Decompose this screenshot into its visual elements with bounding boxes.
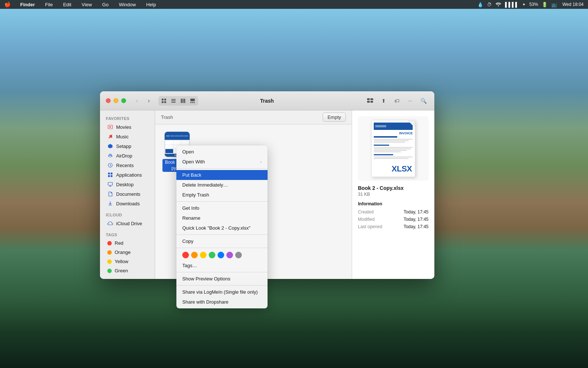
color-yellow[interactable] <box>200 252 207 258</box>
downloads-label: Downloads <box>116 201 140 206</box>
window-title: Trash <box>198 98 336 104</box>
sidebar-item-setapp[interactable]: Setapp <box>101 141 153 151</box>
orange-label: Orange <box>115 250 130 255</box>
ctx-sep6 <box>176 285 268 286</box>
color-blue[interactable] <box>218 252 224 258</box>
ctx-open[interactable]: Open <box>176 147 268 157</box>
go-menu[interactable]: Go <box>100 1 111 8</box>
share-button[interactable]: ⬆ <box>379 96 389 106</box>
created-label: Created <box>358 209 374 215</box>
ctx-put-back[interactable]: Put Back <box>176 170 268 180</box>
edit-menu[interactable]: Edit <box>61 1 74 8</box>
more-button[interactable]: ··· <box>405 96 415 106</box>
tags-label: Tags <box>100 231 155 238</box>
color-purple[interactable] <box>226 252 233 258</box>
svg-rect-13 <box>194 102 195 103</box>
svg-rect-16 <box>367 101 370 103</box>
search-button[interactable]: 🔍 <box>418 96 429 106</box>
ctx-rename[interactable]: Rename <box>176 213 268 223</box>
icloud-section: iCloud iCloud Drive <box>100 211 155 228</box>
list-view-btn[interactable] <box>169 97 178 105</box>
ctx-share-dropshare[interactable]: Share with Dropshare <box>176 297 268 307</box>
ctx-empty-trash[interactable]: Empty Trash <box>176 190 268 200</box>
battery-icon: 🔋 <box>542 2 548 7</box>
sidebar-item-icloud-drive[interactable]: iCloud Drive <box>101 219 153 228</box>
close-button[interactable] <box>106 98 111 103</box>
maximize-button[interactable] <box>121 98 126 103</box>
ctx-open-with[interactable]: Open With › <box>176 157 268 167</box>
xlsx-label: XLSX <box>392 164 412 174</box>
view-menu[interactable]: View <box>79 1 94 8</box>
file-menu[interactable]: File <box>43 1 55 8</box>
ctx-delete-immediately[interactable]: Delete Immediately… <box>176 180 268 190</box>
tags-section: Tags Red Orange Yellow Green <box>100 231 155 275</box>
help-menu[interactable]: Help <box>144 1 158 8</box>
preview-filename: Book 2 - Copy.xlsx <box>358 185 429 191</box>
favorites-label: Favorites <box>100 115 155 122</box>
svg-rect-10 <box>190 99 195 101</box>
svg-rect-3 <box>164 101 166 103</box>
ctx-share-logmein[interactable]: Share via LogMeIn (Single file only) <box>176 287 268 297</box>
modified-label: Modified <box>358 217 374 222</box>
color-green[interactable] <box>209 252 215 258</box>
sidebar-tag-orange[interactable]: Orange <box>101 248 153 257</box>
empty-trash-button[interactable]: Empty <box>323 113 346 122</box>
preview-created-row: Created Today, 17:45 <box>358 209 429 215</box>
svg-rect-8 <box>183 99 184 103</box>
color-gray[interactable] <box>235 252 242 258</box>
apple-menu[interactable]: 🍎 <box>4 1 11 7</box>
sidebar-tag-green[interactable]: Green <box>101 266 153 275</box>
red-dot <box>107 241 112 245</box>
recents-icon <box>107 162 113 168</box>
group-view-btn[interactable] <box>365 96 376 106</box>
ctx-sep4 <box>176 248 268 248</box>
ctx-quick-look[interactable]: Quick Look "Book 2 - Copy.xlsx" <box>176 223 268 233</box>
clock-display: Wed 18:04 <box>562 2 584 7</box>
sidebar-item-movies[interactable]: Movies <box>101 122 153 132</box>
tag-button[interactable]: 🏷 <box>392 96 402 106</box>
window-menu[interactable]: Window <box>116 1 138 8</box>
back-button[interactable]: ‹ <box>132 96 142 106</box>
icon-view-btn[interactable] <box>159 97 169 105</box>
ctx-tags[interactable]: Tags… <box>176 261 268 270</box>
status-icons: 💧 ⏱ ▌▌▌▌ ✦ 53% 🔋 📺 Wed 18:04 <box>477 2 584 7</box>
sidebar-tag-red[interactable]: Red <box>101 238 153 248</box>
green-label: Green <box>115 268 128 273</box>
svg-rect-6 <box>171 102 176 103</box>
sidebar-item-recents[interactable]: Recents <box>101 160 153 170</box>
sidebar-item-airdrop[interactable]: AirDrop <box>101 151 153 160</box>
sidebar: Favorites Movies Music <box>100 110 155 279</box>
music-label: Music <box>116 134 129 139</box>
location-path: Trash <box>161 114 173 120</box>
column-view-btn[interactable] <box>178 97 188 105</box>
movies-icon <box>107 124 113 130</box>
yellow-dot <box>107 259 112 264</box>
icloud-drive-icon <box>107 220 113 226</box>
svg-marker-23 <box>108 144 112 148</box>
ctx-show-preview[interactable]: Show Preview Options <box>176 274 268 284</box>
sidebar-item-desktop[interactable]: Desktop <box>101 180 153 189</box>
color-red[interactable] <box>182 252 189 258</box>
sidebar-item-music[interactable]: Music <box>101 132 153 141</box>
ctx-get-info[interactable]: Get Info <box>176 203 268 213</box>
sidebar-item-applications[interactable]: Applications <box>101 170 153 180</box>
gallery-view-btn[interactable] <box>188 97 197 105</box>
svg-rect-2 <box>162 101 164 103</box>
sidebar-tag-yellow[interactable]: Yellow <box>101 257 153 266</box>
svg-rect-28 <box>108 175 110 177</box>
preview-lastopened-row: Last opened Today, 17:45 <box>358 224 429 229</box>
forward-button[interactable]: › <box>144 96 154 106</box>
minimize-button[interactable] <box>114 98 118 103</box>
ctx-color-dots <box>176 250 268 261</box>
last-opened-value: Today, 17:45 <box>404 224 429 229</box>
applications-icon <box>107 172 113 178</box>
icloud-drive-label: iCloud Drive <box>116 221 142 226</box>
sidebar-item-documents[interactable]: Documents <box>101 189 153 199</box>
sidebar-item-downloads[interactable]: Downloads <box>101 199 153 208</box>
svg-rect-9 <box>184 99 185 103</box>
nav-buttons: ‹ › <box>132 96 154 106</box>
finder-menu[interactable]: Finder <box>18 1 37 8</box>
ctx-copy[interactable]: Copy <box>176 236 268 246</box>
traffic-lights <box>106 98 126 103</box>
color-orange[interactable] <box>191 252 198 258</box>
